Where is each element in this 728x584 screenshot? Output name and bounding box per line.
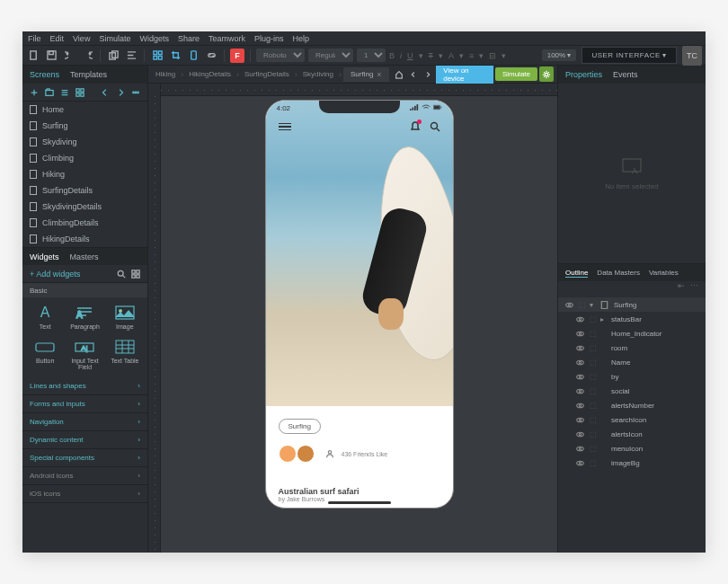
workspace-dropdown[interactable]: USER INTERFACE ▾ (582, 47, 677, 64)
screen-item[interactable]: Hiking (22, 166, 147, 182)
breadcrumb[interactable]: Skydiving (299, 70, 337, 78)
add-screen-icon[interactable] (28, 86, 40, 99)
tab-masters[interactable]: Masters (70, 252, 99, 261)
new-folder-icon[interactable] (43, 86, 56, 99)
widget-category[interactable]: Android icons› (22, 467, 147, 485)
tab-outline[interactable]: Outline (565, 269, 588, 278)
strike-icon[interactable]: T (429, 51, 434, 60)
tab-events[interactable]: Events (613, 70, 638, 79)
widget-category[interactable]: Forms and inputs› (22, 395, 147, 413)
align-left-icon[interactable]: ≡ (469, 51, 474, 60)
menu-plugins[interactable]: Plug-ins (254, 34, 284, 43)
font-weight-select[interactable]: Regular (308, 49, 353, 62)
more-icon[interactable] (129, 86, 142, 99)
redo-icon[interactable] (80, 49, 94, 63)
widget-button[interactable]: Button (26, 335, 64, 374)
canvas[interactable]: 4:02 (148, 84, 557, 553)
screen-item[interactable]: Surfing (22, 118, 147, 134)
copy-icon[interactable] (106, 49, 120, 63)
outline-item[interactable]: ⬚▸statusBar (558, 312, 706, 326)
widget-category[interactable]: Special components› (22, 449, 147, 467)
breadcrumb[interactable]: Hiking (152, 70, 179, 78)
list-view-icon[interactable] (58, 86, 71, 99)
tab-widgets[interactable]: Widgets (30, 252, 59, 261)
outline-item[interactable]: ⬚alertsNumber (558, 398, 706, 412)
category-chip[interactable]: Surfing (279, 419, 321, 434)
menu-edit[interactable]: Edit (50, 34, 65, 43)
menu-icon[interactable] (279, 123, 291, 131)
screen-item[interactable]: Home (22, 102, 147, 118)
nav-fwd-icon[interactable] (114, 86, 127, 99)
add-widgets-button[interactable]: + Add widgets (30, 270, 80, 279)
link-icon[interactable] (204, 49, 218, 63)
menu-file[interactable]: File (28, 34, 41, 43)
search-icon[interactable] (430, 121, 440, 132)
widget-paragraph[interactable]: AParagraph (66, 301, 103, 333)
active-screen-tab[interactable]: Surfing× (343, 67, 389, 82)
nav-back-icon[interactable] (99, 86, 111, 99)
widgets-grid-icon[interactable] (131, 270, 140, 279)
simulate-button[interactable]: Simulate (495, 67, 537, 81)
tab-templates[interactable]: Templates (70, 70, 107, 79)
more-icon[interactable]: ⋯ (690, 281, 698, 294)
widget-category[interactable]: Navigation› (22, 413, 147, 431)
close-tab-icon[interactable]: × (377, 70, 381, 79)
align-icon[interactable] (124, 49, 138, 63)
search-icon[interactable] (117, 270, 126, 279)
grid-view-icon[interactable] (74, 86, 86, 99)
widget-image[interactable]: Image (106, 301, 144, 333)
menu-help[interactable]: Help (292, 34, 309, 43)
tab-data-masters[interactable]: Data Masters (597, 269, 640, 277)
underline-icon[interactable]: U (407, 51, 413, 60)
forward-icon[interactable] (422, 67, 434, 82)
basic-header[interactable]: Basic (22, 283, 147, 297)
outline-item[interactable]: ⬚room (558, 341, 706, 355)
outline-item[interactable]: ⬚searchIcon (558, 412, 706, 427)
outline-item[interactable]: ⬚▾Surfing (558, 297, 706, 312)
tab-screens[interactable]: Screens (30, 70, 59, 79)
font-family-select[interactable]: Roboto (256, 49, 305, 62)
tab-variables[interactable]: Variables (649, 269, 679, 277)
breadcrumb[interactable]: SurfingDetails (241, 70, 293, 78)
widget-text[interactable]: AText (26, 301, 64, 333)
view-on-device-button[interactable]: View on device (436, 66, 493, 85)
menu-view[interactable]: View (73, 34, 90, 43)
widget-category[interactable]: iOS icons› (22, 485, 147, 503)
menu-share[interactable]: Share (178, 34, 200, 43)
outline-item[interactable]: ⬚Home_Indicator (558, 326, 706, 341)
zoom-level[interactable]: 100% ▾ (542, 49, 577, 61)
undo-icon[interactable] (62, 49, 76, 63)
breadcrumb[interactable]: HikingDetails (185, 70, 235, 78)
widget-input[interactable]: A|Input Text Field (66, 335, 103, 374)
simulate-settings-icon[interactable] (539, 66, 554, 82)
mobile-icon[interactable] (186, 49, 200, 63)
bold-icon[interactable]: B (389, 51, 395, 60)
screen-item[interactable]: SurfingDetails (22, 182, 147, 199)
widget-category[interactable]: Dynamic content› (22, 431, 147, 449)
menu-widgets[interactable]: Widgets (139, 34, 169, 43)
screen-item[interactable]: ClimbingDetails (22, 215, 147, 231)
text-color-icon[interactable]: A (448, 51, 454, 60)
user-avatar[interactable]: TC (682, 46, 702, 66)
widget-category[interactable]: Lines and shapes› (22, 377, 147, 395)
selection-tool-icon[interactable] (150, 49, 164, 63)
screen-item[interactable]: SkydivingDetails (22, 199, 147, 215)
crop-tool-icon[interactable] (168, 49, 182, 63)
outline-item[interactable]: ⬚alertsIcon (558, 427, 706, 441)
widget-table[interactable]: Text Table (106, 335, 144, 374)
screen-item[interactable]: HikingDetails (22, 231, 147, 247)
menu-teamwork[interactable]: Teamwork (209, 34, 245, 43)
menu-simulate[interactable]: Simulate (99, 34, 130, 43)
outline-item[interactable]: ⬚Name (558, 355, 706, 369)
outline-item[interactable]: ⬚by (558, 369, 706, 384)
outline-item[interactable]: ⬚imageBg (558, 456, 706, 470)
save-icon[interactable] (44, 49, 58, 63)
screen-item[interactable]: Climbing (22, 150, 147, 166)
alerts-icon[interactable] (410, 120, 421, 133)
tab-properties[interactable]: Properties (565, 70, 602, 79)
device-frame[interactable]: 4:02 (265, 100, 454, 509)
home-icon[interactable] (393, 67, 405, 82)
figma-icon[interactable]: F (230, 49, 244, 63)
outline-item[interactable]: ⬚social (558, 384, 706, 398)
outline-item[interactable]: ⬚menuIcon (558, 441, 706, 456)
